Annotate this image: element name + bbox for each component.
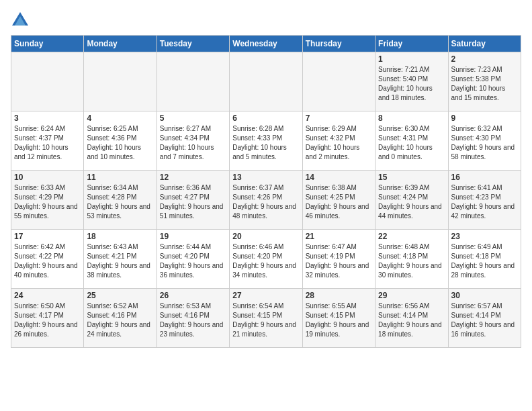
- day-info: Sunrise: 6:30 AM Sunset: 4:31 PM Dayligh…: [378, 124, 445, 162]
- day-info: Sunrise: 6:25 AM Sunset: 4:36 PM Dayligh…: [87, 124, 153, 162]
- logo-icon: [11, 11, 30, 30]
- header-friday: Friday: [375, 36, 448, 52]
- calendar-cell: 26Sunrise: 6:53 AM Sunset: 4:16 PM Dayli…: [157, 289, 229, 348]
- day-number: 9: [451, 113, 518, 123]
- calendar-cell: 19Sunrise: 6:44 AM Sunset: 4:20 PM Dayli…: [157, 230, 229, 289]
- week-row-2: 10Sunrise: 6:33 AM Sunset: 4:29 PM Dayli…: [11, 171, 521, 230]
- calendar-cell: 18Sunrise: 6:43 AM Sunset: 4:21 PM Dayli…: [84, 230, 157, 289]
- calendar-cell: [157, 52, 229, 111]
- calendar-cell: 14Sunrise: 6:38 AM Sunset: 4:25 PM Dayli…: [302, 171, 375, 230]
- day-number: 21: [306, 232, 372, 241]
- day-number: 22: [378, 232, 445, 241]
- calendar-cell: 3Sunrise: 6:24 AM Sunset: 4:37 PM Daylig…: [11, 111, 84, 171]
- day-info: Sunrise: 6:54 AM Sunset: 4:15 PM Dayligh…: [232, 302, 299, 339]
- day-info: Sunrise: 6:49 AM Sunset: 4:18 PM Dayligh…: [451, 242, 518, 280]
- day-number: 27: [232, 291, 299, 300]
- calendar-cell: 10Sunrise: 6:33 AM Sunset: 4:29 PM Dayli…: [11, 171, 84, 230]
- calendar-cell: [84, 52, 157, 111]
- calendar-cell: 25Sunrise: 6:52 AM Sunset: 4:16 PM Dayli…: [84, 289, 157, 348]
- day-info: Sunrise: 6:47 AM Sunset: 4:19 PM Dayligh…: [306, 242, 372, 280]
- day-number: 29: [378, 291, 445, 300]
- day-info: Sunrise: 6:24 AM Sunset: 4:37 PM Dayligh…: [14, 124, 81, 162]
- calendar-cell: 15Sunrise: 6:39 AM Sunset: 4:24 PM Dayli…: [375, 171, 448, 230]
- calendar-cell: 12Sunrise: 6:36 AM Sunset: 4:27 PM Dayli…: [157, 171, 229, 230]
- day-number: 19: [160, 232, 226, 241]
- calendar-cell: 29Sunrise: 6:56 AM Sunset: 4:14 PM Dayli…: [375, 289, 448, 348]
- day-number: 25: [87, 291, 153, 300]
- calendar-cell: [302, 52, 375, 111]
- header-saturday: Saturday: [448, 36, 521, 52]
- day-number: 7: [306, 113, 372, 123]
- page-header: [11, 11, 521, 30]
- week-row-1: 3Sunrise: 6:24 AM Sunset: 4:37 PM Daylig…: [11, 111, 521, 171]
- day-number: 20: [232, 232, 299, 241]
- calendar-cell: 24Sunrise: 6:50 AM Sunset: 4:17 PM Dayli…: [11, 289, 84, 348]
- calendar-cell: 13Sunrise: 6:37 AM Sunset: 4:26 PM Dayli…: [230, 171, 302, 230]
- day-info: Sunrise: 6:37 AM Sunset: 4:26 PM Dayligh…: [232, 183, 299, 221]
- day-number: 17: [14, 232, 81, 241]
- day-number: 10: [14, 173, 81, 182]
- calendar-cell: [11, 52, 84, 111]
- day-number: 4: [87, 113, 153, 123]
- day-number: 16: [451, 173, 518, 182]
- calendar-cell: 20Sunrise: 6:46 AM Sunset: 4:20 PM Dayli…: [230, 230, 302, 289]
- day-number: 30: [451, 291, 518, 300]
- day-number: 13: [232, 173, 299, 182]
- calendar-cell: 1Sunrise: 7:21 AM Sunset: 5:40 PM Daylig…: [375, 52, 448, 111]
- day-number: 14: [306, 173, 372, 182]
- calendar-cell: 11Sunrise: 6:34 AM Sunset: 4:28 PM Dayli…: [84, 171, 157, 230]
- header-thursday: Thursday: [302, 36, 375, 52]
- header-row: SundayMondayTuesdayWednesdayThursdayFrid…: [11, 36, 521, 52]
- header-tuesday: Tuesday: [157, 36, 229, 52]
- calendar-cell: 8Sunrise: 6:30 AM Sunset: 4:31 PM Daylig…: [375, 111, 448, 171]
- calendar-cell: 23Sunrise: 6:49 AM Sunset: 4:18 PM Dayli…: [448, 230, 521, 289]
- week-row-3: 17Sunrise: 6:42 AM Sunset: 4:22 PM Dayli…: [11, 230, 521, 289]
- day-number: 2: [451, 54, 518, 64]
- day-number: 28: [306, 291, 372, 300]
- calendar-cell: 22Sunrise: 6:48 AM Sunset: 4:18 PM Dayli…: [375, 230, 448, 289]
- calendar-cell: 16Sunrise: 6:41 AM Sunset: 4:23 PM Dayli…: [448, 171, 521, 230]
- calendar-cell: 27Sunrise: 6:54 AM Sunset: 4:15 PM Dayli…: [230, 289, 302, 348]
- day-number: 15: [378, 173, 445, 182]
- day-info: Sunrise: 6:43 AM Sunset: 4:21 PM Dayligh…: [87, 242, 153, 280]
- calendar-cell: 30Sunrise: 6:57 AM Sunset: 4:14 PM Dayli…: [448, 289, 521, 348]
- day-info: Sunrise: 6:32 AM Sunset: 4:30 PM Dayligh…: [451, 124, 518, 162]
- day-number: 24: [14, 291, 81, 300]
- day-number: 12: [160, 173, 226, 182]
- day-number: 8: [378, 113, 445, 123]
- day-info: Sunrise: 6:39 AM Sunset: 4:24 PM Dayligh…: [378, 183, 445, 221]
- header-monday: Monday: [84, 36, 157, 52]
- day-info: Sunrise: 6:56 AM Sunset: 4:14 PM Dayligh…: [378, 302, 445, 339]
- week-row-4: 24Sunrise: 6:50 AM Sunset: 4:17 PM Dayli…: [11, 289, 521, 348]
- day-number: 11: [87, 173, 153, 182]
- day-info: Sunrise: 6:36 AM Sunset: 4:27 PM Dayligh…: [160, 183, 226, 221]
- day-number: 5: [160, 113, 226, 123]
- day-number: 18: [87, 232, 153, 241]
- calendar-cell: 17Sunrise: 6:42 AM Sunset: 4:22 PM Dayli…: [11, 230, 84, 289]
- calendar-cell: 2Sunrise: 7:23 AM Sunset: 5:38 PM Daylig…: [448, 52, 521, 111]
- day-info: Sunrise: 6:42 AM Sunset: 4:22 PM Dayligh…: [14, 242, 81, 280]
- calendar-cell: 28Sunrise: 6:55 AM Sunset: 4:15 PM Dayli…: [302, 289, 375, 348]
- calendar-table: SundayMondayTuesdayWednesdayThursdayFrid…: [11, 35, 521, 348]
- day-info: Sunrise: 6:27 AM Sunset: 4:34 PM Dayligh…: [160, 124, 226, 162]
- day-info: Sunrise: 6:34 AM Sunset: 4:28 PM Dayligh…: [87, 183, 153, 221]
- calendar-cell: 9Sunrise: 6:32 AM Sunset: 4:30 PM Daylig…: [448, 111, 521, 171]
- week-row-0: 1Sunrise: 7:21 AM Sunset: 5:40 PM Daylig…: [11, 52, 521, 111]
- day-number: 23: [451, 232, 518, 241]
- day-info: Sunrise: 6:28 AM Sunset: 4:33 PM Dayligh…: [232, 124, 299, 162]
- day-info: Sunrise: 6:57 AM Sunset: 4:14 PM Dayligh…: [451, 302, 518, 339]
- day-number: 26: [160, 291, 226, 300]
- day-info: Sunrise: 6:41 AM Sunset: 4:23 PM Dayligh…: [451, 183, 518, 221]
- day-info: Sunrise: 6:53 AM Sunset: 4:16 PM Dayligh…: [160, 302, 226, 339]
- day-info: Sunrise: 6:29 AM Sunset: 4:32 PM Dayligh…: [306, 124, 372, 162]
- day-info: Sunrise: 6:33 AM Sunset: 4:29 PM Dayligh…: [14, 183, 81, 221]
- calendar-cell: 21Sunrise: 6:47 AM Sunset: 4:19 PM Dayli…: [302, 230, 375, 289]
- calendar-cell: 5Sunrise: 6:27 AM Sunset: 4:34 PM Daylig…: [157, 111, 229, 171]
- day-number: 6: [232, 113, 299, 123]
- day-info: Sunrise: 6:38 AM Sunset: 4:25 PM Dayligh…: [306, 183, 372, 221]
- day-info: Sunrise: 6:55 AM Sunset: 4:15 PM Dayligh…: [306, 302, 372, 339]
- day-number: 3: [14, 113, 81, 123]
- day-info: Sunrise: 6:50 AM Sunset: 4:17 PM Dayligh…: [14, 302, 81, 339]
- day-info: Sunrise: 6:52 AM Sunset: 4:16 PM Dayligh…: [87, 302, 153, 339]
- calendar-cell: 7Sunrise: 6:29 AM Sunset: 4:32 PM Daylig…: [302, 111, 375, 171]
